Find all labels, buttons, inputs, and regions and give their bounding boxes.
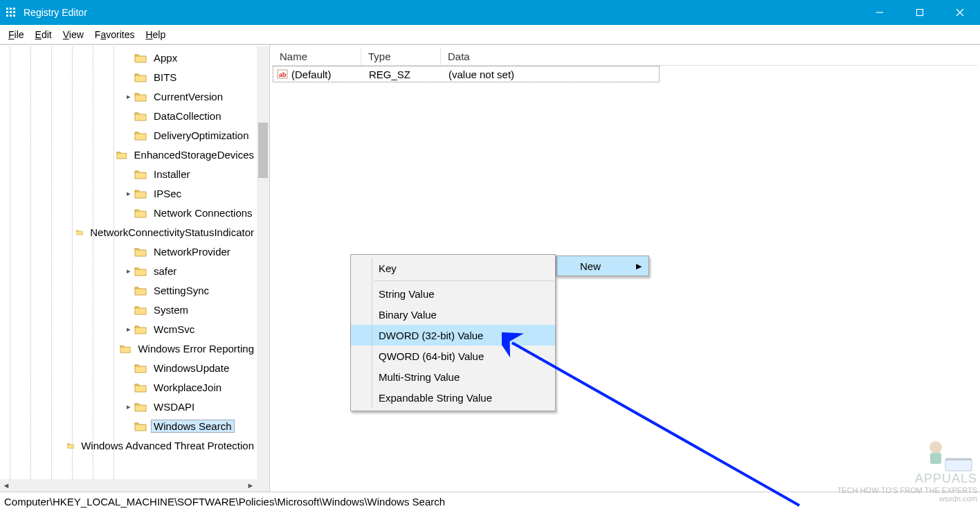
window-title: Registry Editor [24, 7, 860, 18]
tree-item-label: DataCollection [151, 109, 224, 123]
app-icon [6, 7, 17, 18]
tree-item[interactable]: ▸IPSec [0, 183, 257, 203]
watermark-brand: APPUALS [837, 472, 977, 486]
menu-help[interactable]: Help [140, 28, 171, 42]
column-headers[interactable]: Name Type Data [273, 48, 977, 66]
expander-icon[interactable]: ▸ [123, 267, 134, 276]
tree-item[interactable]: Appx [0, 48, 257, 67]
string-value-icon: ab [275, 69, 290, 80]
scroll-thumb[interactable] [258, 123, 268, 178]
tree-item[interactable]: WindowsUpdate [0, 358, 257, 377]
menu-item-multistring-value[interactable]: Multi-String Value [351, 366, 555, 387]
svg-rect-8 [13, 15, 15, 17]
tree-item-label: CurrentVersion [151, 90, 226, 103]
svg-rect-17 [930, 453, 941, 464]
menu-separator [374, 280, 554, 281]
menu-view[interactable]: View [57, 28, 89, 42]
close-button[interactable] [940, 0, 980, 25]
column-type[interactable]: Type [361, 48, 441, 65]
scroll-right-icon[interactable]: ► [244, 479, 257, 492]
tree-item[interactable]: DeliveryOptimization [0, 125, 257, 145]
tree-item[interactable]: ▸safer [0, 261, 257, 280]
window-controls [860, 0, 980, 25]
svg-rect-2 [13, 8, 15, 10]
context-menu-new[interactable]: New ▶ [556, 256, 648, 276]
expander-icon[interactable]: ▸ [123, 92, 134, 101]
tree-item[interactable]: ▸CurrentVersion [0, 87, 257, 106]
svg-rect-6 [6, 15, 8, 17]
tree-item-label: EnhancedStorageDevices [131, 148, 257, 161]
tree-item-label: Windows Error Reporting [135, 342, 257, 355]
menu-favorites[interactable]: Favorites [89, 28, 140, 42]
tree-item[interactable]: EnhancedStorageDevices [0, 145, 257, 164]
svg-rect-3 [6, 11, 8, 13]
tree-item-label: Windows Search [151, 420, 235, 433]
tree-item-label: Installer [151, 168, 193, 181]
svg-rect-7 [10, 15, 12, 17]
context-menu[interactable]: New ▶ [556, 256, 649, 276]
registry-tree[interactable]: AppxBITS▸CurrentVersionDataCollectionDel… [0, 46, 257, 479]
tree-item[interactable]: SettingSync [0, 280, 257, 300]
tree-item[interactable]: NetworkConnectivityStatusIndicator [0, 222, 257, 242]
tree-item[interactable]: ▸WcmSvc [0, 319, 257, 339]
watermark-icon [915, 435, 977, 472]
svg-rect-19 [945, 458, 972, 460]
column-name[interactable]: Name [273, 48, 361, 65]
tree-item[interactable]: DataCollection [0, 106, 257, 125]
maximize-button[interactable] [900, 0, 940, 25]
tree-item[interactable]: Installer [0, 164, 257, 183]
watermark-site: wsxdn.com [837, 494, 977, 503]
tree-item-label: Appx [151, 51, 180, 64]
status-path: Computer\HKEY_LOCAL_MACHINE\SOFTWARE\Pol… [4, 496, 445, 508]
tree-item-label: safer [151, 265, 179, 278]
svg-rect-10 [917, 10, 923, 16]
value-data: (value not set) [442, 69, 514, 80]
column-data[interactable]: Data [441, 48, 660, 65]
tree-item-label: DeliveryOptimization [151, 129, 252, 142]
menu-bar: File Edit View Favorites Help [0, 25, 980, 44]
menu-item-binary-value[interactable]: Binary Value [351, 304, 555, 325]
tree-item[interactable]: WorkplaceJoin [0, 377, 257, 397]
menu-edit[interactable]: Edit [30, 28, 57, 42]
menu-item-string-value[interactable]: String Value [351, 283, 555, 304]
tree-item[interactable]: ▸WSDAPI [0, 397, 257, 416]
svg-rect-0 [6, 8, 8, 10]
new-submenu[interactable]: Key String Value Binary Value DWORD (32-… [350, 254, 556, 411]
menu-file[interactable]: File [3, 28, 30, 42]
scroll-left-icon[interactable]: ◄ [0, 479, 12, 492]
tree-item-label: System [151, 303, 191, 316]
tree-item-label: Windows Advanced Threat Protection [78, 439, 257, 452]
expander-icon[interactable]: ▸ [123, 189, 134, 198]
tree-item-label: NetworkConnectivityStatusIndicator [87, 226, 257, 239]
svg-rect-1 [10, 8, 12, 10]
svg-rect-5 [13, 11, 15, 13]
tree-item-label: IPSec [151, 187, 184, 200]
tree-item-label: WorkplaceJoin [151, 381, 224, 394]
status-bar: Computer\HKEY_LOCAL_MACHINE\SOFTWARE\Pol… [0, 492, 980, 511]
menu-item-qword-value[interactable]: QWORD (64-bit) Value [351, 346, 555, 366]
tree-horizontal-scrollbar[interactable]: ◄ ► [0, 479, 257, 492]
tree-item[interactable]: Windows Search [0, 416, 257, 436]
value-name: (Default) [290, 69, 362, 80]
tree-item[interactable]: Windows Error Reporting [0, 339, 257, 358]
menu-item-expandablestring-value[interactable]: Expandable String Value [351, 387, 555, 408]
tree-vertical-scrollbar[interactable] [257, 46, 269, 479]
tree-item-label: WindowsUpdate [151, 361, 232, 375]
expander-icon[interactable]: ▸ [123, 325, 134, 334]
expander-icon[interactable]: ▸ [123, 402, 134, 411]
tree-item[interactable]: BITS [0, 67, 257, 87]
tree-item-label: NetworkProvider [151, 245, 233, 258]
title-bar: Registry Editor [0, 0, 980, 25]
tree-item[interactable]: NetworkProvider [0, 242, 257, 261]
menu-item-dword-value[interactable]: DWORD (32-bit) Value [351, 325, 555, 346]
tree-item[interactable]: Windows Advanced Threat Protection [0, 436, 257, 455]
value-row[interactable]: ab (Default) REG_SZ (value not set) [273, 66, 660, 82]
tree-item-label: WcmSvc [151, 323, 197, 336]
menu-item-key[interactable]: Key [351, 258, 555, 278]
tree-item-label: BITS [151, 71, 179, 84]
minimize-button[interactable] [860, 0, 900, 25]
tree-item-label: SettingSync [151, 284, 212, 297]
svg-text:ab: ab [279, 71, 287, 78]
tree-item[interactable]: System [0, 300, 257, 319]
tree-item[interactable]: Network Connections [0, 203, 257, 222]
